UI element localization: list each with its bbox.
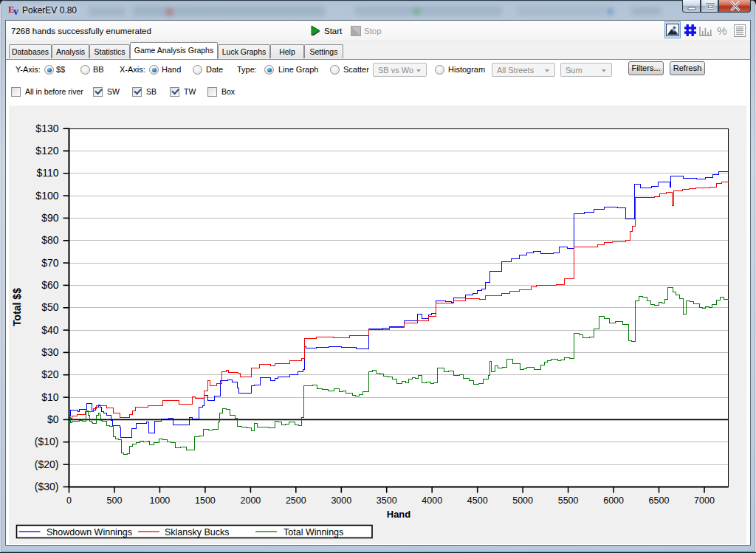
svg-text:$100: $100 (35, 190, 58, 202)
svg-text:$110: $110 (36, 167, 58, 179)
svg-text:Total $$: Total $$ (11, 288, 23, 326)
svg-text:$20: $20 (41, 368, 59, 380)
svg-text:7000: 7000 (694, 495, 715, 506)
svg-text:1000: 1000 (149, 495, 170, 506)
svg-text:$30: $30 (41, 346, 59, 358)
svg-text:%: % (717, 25, 727, 36)
svg-text:Hand: Hand (387, 509, 411, 520)
svg-text:$50: $50 (41, 301, 59, 313)
svg-text:$120: $120 (35, 145, 58, 157)
svg-text:Total Winnings: Total Winnings (284, 527, 343, 537)
svg-text:4500: 4500 (467, 495, 488, 506)
svg-text:$80: $80 (41, 234, 59, 246)
svg-text:2500: 2500 (286, 495, 306, 506)
svg-text:($10): ($10) (35, 436, 59, 447)
svg-text:Showdown Winnings: Showdown Winnings (47, 527, 132, 537)
svg-text:4000: 4000 (422, 495, 442, 506)
svg-text:6000: 6000 (603, 495, 624, 506)
svg-text:$70: $70 (41, 257, 59, 269)
svg-text:$90: $90 (41, 212, 59, 224)
svg-text:$10: $10 (41, 391, 59, 403)
svg-text:$40: $40 (41, 324, 59, 336)
svg-text:3000: 3000 (331, 495, 351, 506)
svg-text:$0: $0 (47, 413, 59, 425)
svg-text:1500: 1500 (195, 495, 216, 506)
svg-text:3500: 3500 (377, 495, 397, 506)
svg-text:$60: $60 (41, 279, 59, 291)
svg-text:$130: $130 (35, 123, 58, 134)
svg-text:500: 500 (107, 495, 123, 506)
svg-text:5500: 5500 (558, 495, 579, 506)
svg-text:5000: 5000 (512, 495, 533, 506)
svg-text:($20): ($20) (35, 458, 59, 470)
svg-text:($30): ($30) (35, 481, 59, 492)
svg-text:Sklansky Bucks: Sklansky Bucks (165, 527, 230, 537)
svg-text:0: 0 (66, 495, 72, 506)
svg-text:2000: 2000 (240, 495, 261, 506)
svg-text:6500: 6500 (649, 495, 670, 506)
